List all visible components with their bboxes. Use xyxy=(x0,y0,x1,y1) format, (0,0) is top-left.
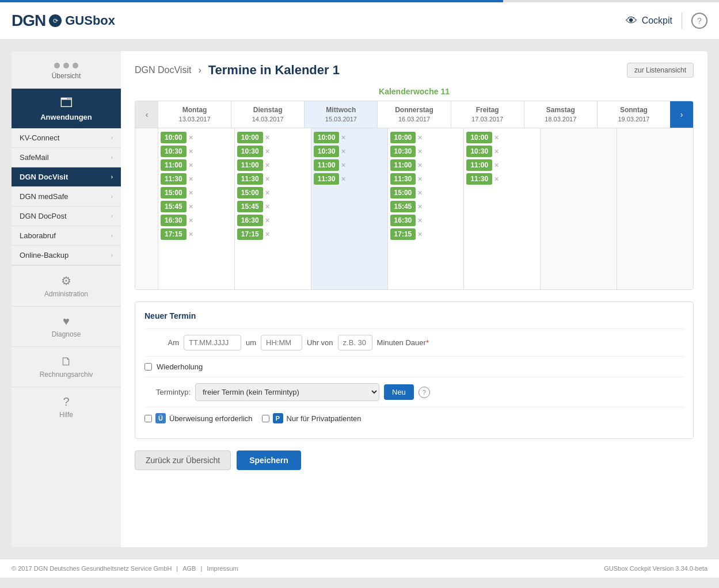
calendar-day-headers: Montag 13.03.2017 Dienstag 14.03.2017 Mi… xyxy=(158,101,670,128)
anwendungen-icon: 🗔 xyxy=(17,96,115,110)
page-footer: © 2017 DGN Deutsches Gesundheitsnetz Ser… xyxy=(0,559,719,578)
wiederholung-row: Wiederholung xyxy=(144,356,684,377)
uberweisung-checkbox[interactable] xyxy=(144,415,152,422)
time-slot: 15:00✕ xyxy=(161,187,232,198)
time-slot: 10:30✕ xyxy=(314,146,385,157)
sidebar-item-laborabruf[interactable]: Laborabruf › xyxy=(12,226,121,246)
footer-agb-link[interactable]: AGB xyxy=(182,565,196,572)
termintyp-label: Termintyp: xyxy=(144,388,191,396)
uberweisung-badge: Ü xyxy=(155,413,166,423)
privatpatienten-option: P Nur für Privatpatienten xyxy=(262,413,362,423)
minuten-label: Minuten Dauer* xyxy=(377,338,429,347)
duration-input[interactable] xyxy=(338,335,372,350)
cal-body-days: 10:00✕ 10:30✕ 11:00✕ 11:30✕ 15:00✕ 15:45… xyxy=(158,128,693,289)
list-view-button[interactable]: zur Listenansicht xyxy=(627,63,694,78)
invoice-icon: 🗋 xyxy=(17,355,115,368)
dot-1 xyxy=(54,63,60,68)
sidebar-rechnungsarchiv[interactable]: 🗋 Rechnungsarchiv xyxy=(12,346,121,387)
sidebar-item-label: DGN DocPost xyxy=(20,212,67,220)
sidebar: Übersicht 🗔 Anwendungen KV-Connect › Saf… xyxy=(12,51,121,547)
header-divider xyxy=(682,12,682,29)
calendar-body: 10:00✕ 10:30✕ 11:00✕ 11:30✕ 15:00✕ 15:45… xyxy=(135,128,693,289)
sidebar-item-onlinebackup[interactable]: Online-Backup › xyxy=(12,246,121,265)
day-header-freitag: Freitag 17.03.2017 xyxy=(451,101,524,128)
time-slot: 11:30✕ xyxy=(237,173,309,185)
time-slot: 11:30✕ xyxy=(466,173,538,185)
calendar-next-button[interactable]: › xyxy=(670,101,693,128)
time-slot: 16:30✕ xyxy=(237,215,309,226)
time-slot: 10:30✕ xyxy=(161,146,232,157)
day-col-dienstag: 10:00✕ 10:30✕ 11:00✕ 11:30✕ 15:00✕ 15:45… xyxy=(235,128,311,289)
sidebar-overview[interactable]: Übersicht xyxy=(12,51,121,89)
sidebar-item-label: SafeMail xyxy=(20,153,49,162)
uberweisung-label: Überweisung erforderlich xyxy=(169,414,253,423)
main-layout: Übersicht 🗔 Anwendungen KV-Connect › Saf… xyxy=(0,40,719,559)
header-help-button[interactable]: ? xyxy=(691,13,707,29)
dots-row xyxy=(17,63,115,68)
wiederholung-checkbox[interactable] xyxy=(144,363,152,371)
sidebar-item-kv-connect[interactable]: KV-Connect › xyxy=(12,128,121,148)
uberweisung-option: Ü Überweisung erforderlich xyxy=(144,413,253,423)
options-row: Ü Überweisung erforderlich P Nur für Pri… xyxy=(144,407,684,429)
time-slot: 11:00✕ xyxy=(314,159,385,171)
sidebar-item-safemail[interactable]: SafeMail › xyxy=(12,148,121,167)
sidebar-administration[interactable]: ⚙ Administration xyxy=(12,265,121,306)
breadcrumb-arrow: › xyxy=(198,65,201,75)
time-slot: 17:15✕ xyxy=(161,228,232,240)
chevron-icon: › xyxy=(111,135,113,141)
save-button[interactable]: Speichern xyxy=(237,450,301,470)
cockpit-link[interactable]: 👁 Cockpit xyxy=(626,14,672,28)
header: DGN ⟳ GUSbox 👁 Cockpit ? xyxy=(0,2,719,40)
chevron-icon: › xyxy=(111,213,113,219)
cockpit-label: Cockpit xyxy=(642,16,672,26)
termintyp-row: Termintyp: freier Termin (kein Termintyp… xyxy=(144,377,684,407)
time-slot: 10:00✕ xyxy=(390,132,462,143)
date-input[interactable] xyxy=(184,335,241,350)
chevron-icon: › xyxy=(111,154,113,161)
back-button[interactable]: Zurück zur Übersicht xyxy=(135,450,231,470)
day-header-dienstag: Dienstag 14.03.2017 xyxy=(231,101,305,128)
day-header-montag: Montag 13.03.2017 xyxy=(158,101,231,128)
day-col-montag: 10:00✕ 10:30✕ 11:00✕ 11:30✕ 15:00✕ 15:45… xyxy=(158,128,235,289)
date-time-row: Am um Uhr von Minuten Dauer* xyxy=(144,329,684,356)
time-slot: 16:30✕ xyxy=(161,215,232,226)
privatpatienten-badge: P xyxy=(273,413,283,423)
sidebar-item-label: DGN medSafe xyxy=(20,192,69,201)
calendar-prev-button[interactable]: ‹ xyxy=(135,101,158,128)
sidebar-hilfe[interactable]: ? Hilfe xyxy=(12,387,121,427)
time-slot: 10:30✕ xyxy=(237,146,309,157)
gear-icon: ⚙ xyxy=(17,274,115,288)
dot-2 xyxy=(63,63,69,68)
page-title: Termine in Kalender 1 xyxy=(208,63,340,78)
footer-copyright: © 2017 DGN Deutsches Gesundheitsnetz Ser… xyxy=(12,565,172,572)
sidebar-menu: KV-Connect › SafeMail › DGN DocVisit › D… xyxy=(12,128,121,265)
calendar-header-row: ‹ Montag 13.03.2017 Dienstag 14.03.2017 … xyxy=(135,101,693,128)
time-slot: 15:00✕ xyxy=(237,187,309,198)
time-slot: 10:00✕ xyxy=(466,132,538,143)
time-slot: 15:00✕ xyxy=(390,187,462,198)
neu-button[interactable]: Neu xyxy=(384,384,414,400)
footer-version: GUSbox Cockpit Version 3.34.0-beta xyxy=(604,565,707,572)
day-col-sonntag xyxy=(617,128,693,289)
uhr-label: Uhr von xyxy=(307,338,333,347)
footer-buttons: Zurück zur Übersicht Speichern xyxy=(135,450,694,470)
hilfe-label: Hilfe xyxy=(17,411,115,419)
chevron-icon: › xyxy=(111,232,113,239)
time-input[interactable] xyxy=(261,335,302,350)
time-slot: 15:45✕ xyxy=(390,201,462,212)
calendar-week-heading: Kalenderwoche 11 xyxy=(135,87,694,96)
termintyp-select[interactable]: freier Termin (kein Termintyp) xyxy=(195,383,379,401)
day-header-mittwoch: Mittwoch 15.03.2017 xyxy=(305,101,378,128)
termintyp-help-button[interactable]: ? xyxy=(419,387,430,398)
overview-label: Übersicht xyxy=(17,72,115,80)
sidebar-item-docpost[interactable]: DGN DocPost › xyxy=(12,207,121,226)
privatpatienten-checkbox[interactable] xyxy=(262,415,269,422)
sidebar-anwendungen[interactable]: 🗔 Anwendungen xyxy=(12,89,121,128)
privatpatienten-label: Nur für Privatpatienten xyxy=(287,414,362,423)
sidebar-item-medsafe[interactable]: DGN medSafe › xyxy=(12,187,121,207)
sidebar-diagnose[interactable]: ♥︎ Diagnose xyxy=(12,306,121,346)
cal-left-spacer xyxy=(135,128,158,289)
footer-impressum-link[interactable]: Impressum xyxy=(207,565,238,572)
sidebar-item-docvisit[interactable]: DGN DocVisit › xyxy=(12,167,121,187)
um-label: um xyxy=(246,338,256,347)
